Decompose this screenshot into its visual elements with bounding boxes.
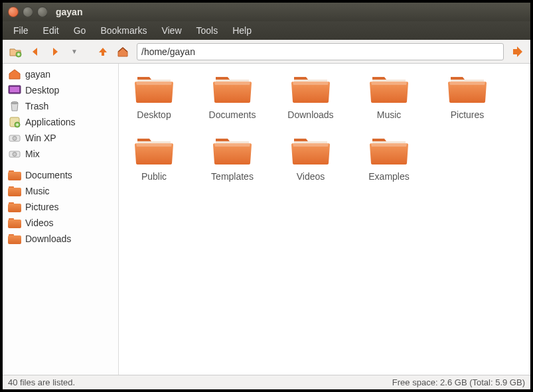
folder-label: Desktop	[137, 109, 171, 120]
apps-icon	[8, 116, 21, 128]
sidebar-item-downloads[interactable]: Downloads	[3, 231, 118, 247]
folder-label: Examples	[368, 171, 409, 182]
folder-grid: DesktopDocumentsDownloadsMusicPicturesPu…	[124, 73, 525, 182]
sidebar-item-label: Trash	[25, 101, 48, 111]
folder-icon	[291, 73, 330, 107]
path-input[interactable]: /home/gayan	[137, 43, 504, 60]
folder-icon	[8, 169, 21, 181]
sidebar-item-label: Mix	[25, 149, 40, 159]
menu-go[interactable]: Go	[67, 23, 93, 38]
statusbar: 40 files are listed. Free space: 2.6 GB …	[3, 375, 530, 389]
sidebar: gayanDesktopTrashApplicationsWin XPMixDo…	[3, 64, 119, 375]
folder-music[interactable]: Music	[359, 73, 419, 120]
file-manager-window: gayan FileEditGoBookmarksViewToolsHelp ▼…	[0, 0, 533, 392]
folder-icon	[8, 185, 21, 197]
up-button[interactable]	[94, 43, 112, 60]
folder-desktop[interactable]: Desktop	[124, 73, 184, 120]
go-button[interactable]	[509, 43, 526, 60]
folder-templates[interactable]: Templates	[202, 135, 262, 182]
folder-icon	[291, 135, 330, 168]
menu-help[interactable]: Help	[226, 23, 258, 38]
home-button[interactable]	[114, 43, 131, 60]
folder-label: Pictures	[451, 109, 485, 120]
menu-file[interactable]: File	[7, 23, 35, 38]
folder-icon	[213, 73, 252, 107]
folder-label: Public	[141, 171, 167, 182]
sidebar-item-desktop[interactable]: Desktop	[3, 82, 118, 98]
folder-documents[interactable]: Documents	[202, 73, 262, 120]
sidebar-item-applications[interactable]: Applications	[3, 114, 118, 130]
folder-icon	[135, 73, 173, 107]
close-icon[interactable]	[8, 7, 19, 17]
minimize-icon[interactable]	[23, 7, 33, 17]
sidebar-item-label: gayan	[25, 69, 50, 80]
folder-icon	[370, 73, 408, 107]
status-right: Free space: 2.6 GB (Total: 5.9 GB)	[392, 377, 525, 387]
toolbar: ▼ /home/gayan	[3, 40, 530, 64]
menu-bookmarks[interactable]: Bookmarks	[94, 23, 153, 38]
svg-point-3	[11, 102, 18, 104]
menu-view[interactable]: View	[155, 23, 188, 38]
sidebar-item-label: Pictures	[25, 202, 59, 212]
folder-icon	[370, 135, 408, 168]
folder-label: Templates	[211, 171, 254, 182]
folder-icon	[8, 233, 21, 245]
main-view[interactable]: DesktopDocumentsDownloadsMusicPicturesPu…	[119, 64, 530, 375]
folder-public[interactable]: Public	[124, 135, 184, 182]
trash-icon	[8, 100, 21, 112]
sidebar-item-label: Win XP	[25, 133, 56, 143]
forward-button[interactable]	[46, 43, 64, 60]
path-text: /home/gayan	[141, 46, 195, 57]
menubar: FileEditGoBookmarksViewToolsHelp	[3, 21, 530, 40]
folder-label: Videos	[297, 171, 325, 182]
sidebar-item-music[interactable]: Music	[3, 183, 118, 199]
folder-downloads[interactable]: Downloads	[281, 73, 341, 120]
folder-pictures[interactable]: Pictures	[437, 73, 497, 120]
sidebar-item-mix[interactable]: Mix	[3, 146, 118, 162]
menu-edit[interactable]: Edit	[37, 23, 66, 38]
body: gayanDesktopTrashApplicationsWin XPMixDo…	[3, 64, 530, 375]
titlebar: gayan	[3, 3, 530, 21]
sidebar-item-label: Applications	[25, 117, 76, 127]
folder-label: Downloads	[287, 109, 333, 120]
folder-label: Music	[377, 109, 402, 120]
menu-tools[interactable]: Tools	[190, 23, 225, 38]
folder-label: Documents	[209, 109, 256, 120]
sidebar-item-trash[interactable]: Trash	[3, 98, 118, 114]
sidebar-item-pictures[interactable]: Pictures	[3, 199, 118, 215]
sidebar-item-label: Videos	[25, 218, 54, 228]
home-icon	[8, 68, 21, 80]
folder-examples[interactable]: Examples	[359, 135, 419, 182]
drive-icon	[8, 148, 21, 160]
folder-icon	[8, 217, 21, 229]
folder-icon	[448, 73, 487, 107]
folder-videos[interactable]: Videos	[281, 135, 341, 182]
sidebar-item-gayan[interactable]: gayan	[3, 66, 118, 82]
sidebar-item-label: Documents	[25, 170, 72, 180]
drive-icon	[8, 132, 21, 144]
sidebar-item-label: Desktop	[25, 85, 59, 96]
back-button[interactable]	[27, 43, 44, 60]
sidebar-item-documents[interactable]: Documents	[3, 167, 118, 183]
sidebar-item-label: Music	[25, 186, 50, 196]
svg-rect-2	[10, 87, 19, 92]
history-dropdown-button[interactable]: ▼	[66, 43, 84, 60]
folder-icon	[8, 201, 21, 213]
svg-point-9	[13, 153, 17, 157]
folder-icon	[135, 135, 173, 168]
window-title: gayan	[56, 7, 82, 17]
status-left: 40 files are listed.	[8, 377, 75, 387]
sidebar-item-label: Downloads	[25, 233, 71, 244]
new-tab-button[interactable]	[7, 43, 24, 60]
desktop-icon	[8, 84, 21, 96]
folder-icon	[213, 135, 252, 168]
sidebar-item-win-xp[interactable]: Win XP	[3, 130, 118, 146]
svg-point-7	[13, 137, 17, 141]
sidebar-item-videos[interactable]: Videos	[3, 215, 118, 231]
maximize-icon[interactable]	[37, 7, 48, 17]
